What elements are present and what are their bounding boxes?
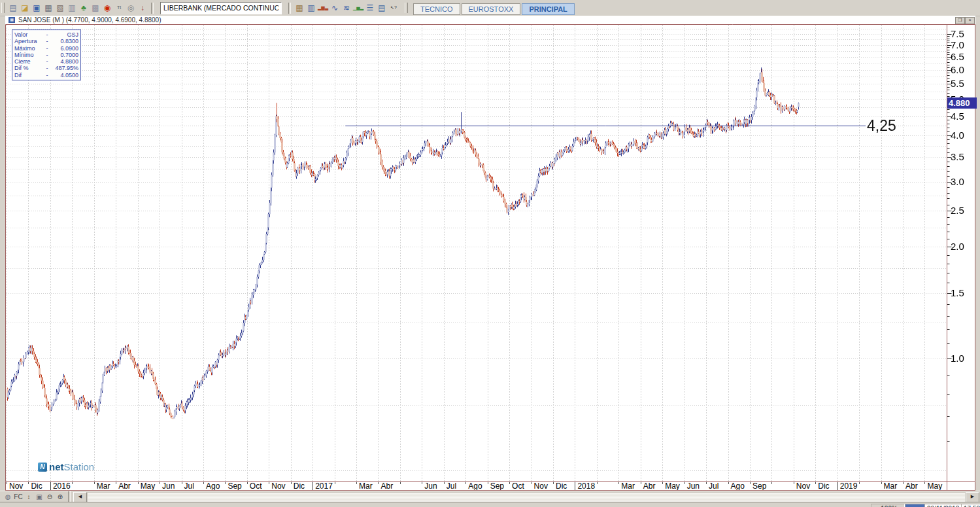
tab-eurostoxx[interactable]: EUROSTOXX bbox=[462, 3, 521, 15]
price-axis-label: 1.5 bbox=[951, 288, 964, 298]
zoom-page-icon[interactable]: ▣ bbox=[34, 492, 44, 502]
tooltip-separator: - bbox=[43, 72, 51, 79]
close-button[interactable]: × bbox=[965, 17, 975, 24]
line-chart-icon[interactable]: ∿ bbox=[329, 2, 341, 14]
sphere-icon[interactable]: ◎ bbox=[125, 2, 137, 14]
price-axis-label: 3.0 bbox=[951, 177, 964, 187]
tooltip-label: Mínimo bbox=[14, 52, 43, 58]
tab-principal[interactable]: PRINCIPAL bbox=[522, 3, 574, 15]
month-label: Ago bbox=[731, 482, 745, 491]
tooltip-row: Dif %-487.95% bbox=[14, 65, 78, 71]
price-chart-canvas[interactable] bbox=[5, 24, 975, 482]
month-label: Jul bbox=[709, 482, 718, 491]
tree-view-icon[interactable]: ♣ bbox=[78, 2, 90, 14]
copy-icon[interactable]: ▥ bbox=[66, 2, 78, 14]
tab-tecnico[interactable]: TECNICO bbox=[413, 3, 460, 15]
month-tick bbox=[881, 482, 882, 484]
indicators-icon[interactable]: ◍ bbox=[3, 492, 13, 502]
candlestick-chart-icon[interactable]: ▂▆▃ bbox=[317, 2, 329, 14]
tooltip-separator: - bbox=[43, 65, 51, 71]
tooltip-label: Máximo bbox=[14, 45, 43, 52]
scroll-right-button[interactable]: ▶ bbox=[966, 492, 979, 502]
tooltip-separator: - bbox=[43, 38, 51, 44]
export-icon[interactable]: ↓ bbox=[137, 2, 148, 14]
toolbar-separator bbox=[151, 3, 154, 14]
toolbar-grip[interactable] bbox=[1, 3, 5, 13]
month-label: May bbox=[141, 482, 156, 491]
alarm-icon[interactable]: ◉ bbox=[101, 2, 113, 14]
tooltip-label: Valor bbox=[14, 31, 43, 38]
month-tick bbox=[488, 482, 488, 484]
multi-line-chart-icon[interactable]: ≋ bbox=[341, 2, 352, 14]
year-label: 2018 bbox=[577, 482, 595, 491]
month-tick bbox=[706, 482, 707, 484]
price-axis-label: 2.5 bbox=[951, 205, 964, 216]
axis-divider-line bbox=[947, 482, 947, 491]
month-tick bbox=[532, 482, 532, 484]
main-toolbar: ▤◪▣▦▧▥♣▩◉Tt◎↓ ▦▥▂▆▃∿≋▁▅▂☰▤↖? TECNICOEURO… bbox=[0, 0, 980, 16]
horizontal-scrollbar-track[interactable] bbox=[87, 492, 966, 502]
price-axis-label: 6.5 bbox=[951, 52, 964, 62]
month-tick bbox=[641, 482, 641, 484]
print-icon[interactable]: ▦ bbox=[42, 2, 54, 14]
month-tick bbox=[553, 482, 554, 484]
tooltip-value: 6.0900 bbox=[51, 45, 78, 52]
month-tick bbox=[335, 482, 335, 484]
toolbar-grip[interactable] bbox=[405, 3, 408, 13]
context-help-icon[interactable]: ↖? bbox=[388, 2, 399, 14]
price-axis-label: 7.0 bbox=[951, 40, 964, 50]
netstation-logo-text: netStation bbox=[49, 462, 94, 472]
month-label: Jun bbox=[162, 482, 175, 491]
zoom-out-icon[interactable]: ⊖ bbox=[44, 492, 55, 502]
tooltip-label: Cierre bbox=[14, 58, 43, 65]
month-tick bbox=[28, 482, 29, 484]
fc-icon[interactable]: FC bbox=[13, 492, 24, 502]
tooltip-value: 487.95% bbox=[51, 65, 78, 71]
month-label: Oct bbox=[512, 482, 524, 491]
data-table-icon[interactable]: ▥ bbox=[305, 2, 317, 14]
month-tick bbox=[378, 482, 379, 484]
notes-icon[interactable]: ▤ bbox=[376, 2, 388, 14]
font-icon[interactable]: Tt bbox=[113, 2, 125, 14]
new-document-icon[interactable]: ▤ bbox=[7, 2, 19, 14]
month-label: Abr bbox=[905, 482, 918, 491]
month-tick bbox=[444, 482, 445, 484]
month-label: Dic bbox=[556, 482, 567, 491]
layers-icon[interactable]: ▩ bbox=[90, 2, 101, 14]
year-divider bbox=[837, 482, 838, 491]
save-icon[interactable]: ▣ bbox=[31, 2, 42, 14]
year-divider bbox=[50, 482, 51, 491]
tooltip-value: 0.7000 bbox=[51, 52, 78, 58]
month-tick bbox=[138, 482, 139, 484]
month-tick bbox=[400, 482, 401, 484]
trendline-price-label[interactable]: 4,25 bbox=[867, 117, 896, 134]
symbol-input[interactable] bbox=[160, 2, 282, 14]
restore-button[interactable]: ❐ bbox=[955, 17, 965, 24]
month-label: Sep bbox=[752, 482, 766, 491]
volume-chart-icon[interactable]: ▁▅▂ bbox=[352, 2, 364, 14]
date-axis: NovDic2016MarAbrMayJunJulAgoSepOctNovDic… bbox=[5, 482, 947, 491]
periodicity-icon[interactable]: ▦ bbox=[294, 2, 305, 14]
tooltip-value: 4.0500 bbox=[51, 72, 78, 79]
year-label: 2017 bbox=[315, 482, 333, 491]
month-tick bbox=[116, 482, 116, 484]
fit-scale-icon[interactable]: ↕ bbox=[24, 492, 34, 502]
month-tick bbox=[750, 482, 751, 484]
print-setup-icon[interactable]: ▧ bbox=[54, 2, 66, 14]
month-label: Dic bbox=[294, 482, 305, 491]
month-tick bbox=[422, 482, 422, 484]
file-toolbar-group: ▤◪▣▦▧▥♣▩◉Tt◎↓ bbox=[7, 2, 148, 14]
scroll-left-button[interactable]: ◀ bbox=[73, 492, 87, 502]
month-tick bbox=[269, 482, 269, 484]
month-tick bbox=[160, 482, 160, 484]
month-label: Abr bbox=[380, 482, 393, 491]
tooltip-separator: - bbox=[43, 31, 51, 38]
status-bar: ▦ 100% 26/11/2018 17:58 bbox=[0, 502, 980, 507]
price-axis-label: 1.0 bbox=[951, 353, 964, 364]
zoom-in-icon[interactable]: ⊕ bbox=[55, 492, 65, 502]
tooltip-separator: - bbox=[43, 52, 51, 58]
quotes-list-icon[interactable]: ☰ bbox=[364, 2, 376, 14]
open-folder-icon[interactable]: ◪ bbox=[19, 2, 31, 14]
tooltip-separator: - bbox=[43, 58, 51, 65]
price-axis-label: 3.5 bbox=[951, 152, 964, 162]
